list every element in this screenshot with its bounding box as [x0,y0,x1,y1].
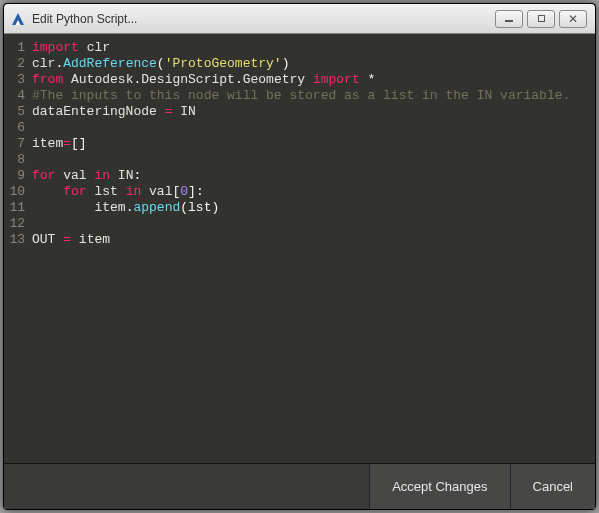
line-number: 5 [4,104,25,120]
code-line[interactable]: item=[] [32,136,595,152]
code-line[interactable] [32,152,595,168]
line-number: 6 [4,120,25,136]
cancel-button[interactable]: Cancel [510,464,595,509]
code-line[interactable]: #The inputs to this node will be stored … [32,88,595,104]
code-line[interactable]: for val in IN: [32,168,595,184]
code-line[interactable]: from Autodesk.DesignScript.Geometry impo… [32,72,595,88]
minimize-button[interactable] [495,10,523,28]
maximize-button[interactable] [527,10,555,28]
code-line[interactable]: clr.AddReference('ProtoGeometry') [32,56,595,72]
line-number: 8 [4,152,25,168]
line-number: 10 [4,184,25,200]
line-number: 2 [4,56,25,72]
line-number: 13 [4,232,25,248]
line-number: 4 [4,88,25,104]
window-title: Edit Python Script... [32,12,137,26]
line-gutter: 12345678910111213 [4,40,28,463]
code-line[interactable]: import clr [32,40,595,56]
line-number: 1 [4,40,25,56]
accept-button[interactable]: Accept Changes [369,464,509,509]
window-controls: ✕ [495,10,589,28]
line-number: 3 [4,72,25,88]
line-number: 12 [4,216,25,232]
app-icon [10,11,26,27]
close-button[interactable]: ✕ [559,10,587,28]
code-line[interactable] [32,120,595,136]
code-line[interactable]: item.append(lst) [32,200,595,216]
dialog-footer: Accept Changes Cancel [4,463,595,509]
line-number: 7 [4,136,25,152]
code-line[interactable]: for lst in val[0]: [32,184,595,200]
code-line[interactable]: dataEnteringNode = IN [32,104,595,120]
code-line[interactable]: OUT = item [32,232,595,248]
code-content[interactable]: import clrclr.AddReference('ProtoGeometr… [28,40,595,463]
line-number: 9 [4,168,25,184]
titlebar: Edit Python Script... ✕ [4,4,595,34]
code-editor[interactable]: 12345678910111213 import clrclr.AddRefer… [4,34,595,463]
code-line[interactable] [32,216,595,232]
line-number: 11 [4,200,25,216]
editor-window: Edit Python Script... ✕ 1234567891011121… [3,3,596,510]
